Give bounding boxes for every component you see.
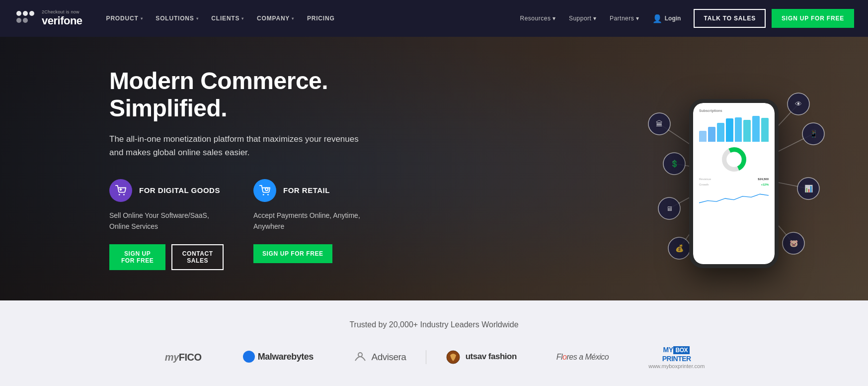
contact-sales-button[interactable]: CONTACT SALES <box>171 244 224 270</box>
nav-company[interactable]: COMPANY ▾ <box>251 11 300 26</box>
hero-title: Modern Commerce. Simplified. <box>109 67 368 122</box>
svg-point-36 <box>358 353 362 357</box>
chevron-down-icon: ▾ <box>241 16 244 21</box>
svg-text:📊: 📊 <box>804 185 813 193</box>
hero-content: Modern Commerce. Simplified. The all-in-… <box>0 37 368 300</box>
logo-malwarebytes: Malwarebytes <box>223 351 333 363</box>
svg-point-8 <box>267 194 269 195</box>
logo-flores: Flores a México <box>537 353 629 362</box>
svg-text:💲: 💲 <box>670 160 679 168</box>
malwarebytes-icon <box>243 351 255 363</box>
utsav-icon <box>446 350 460 364</box>
advisera-icon <box>353 352 367 363</box>
logo-brand: verifone <box>42 15 82 27</box>
trusted-title: Trusted by 20,000+ Industry Leaders Worl… <box>0 320 868 329</box>
hero-cards: FOR DIGITAL GOODS Sell Online Your Softw… <box>109 179 368 270</box>
signup-free-button[interactable]: SIGN UP for FREE <box>772 9 854 28</box>
card-retail-header: FOR RETAIL <box>253 179 368 202</box>
nav-clients[interactable]: CLIENTS ▾ <box>205 11 250 26</box>
navbar: 2Checkout is now verifone PRODUCT ▾ SOLU… <box>0 0 868 37</box>
retail-title: FOR RETAIL <box>283 186 330 194</box>
nav-product[interactable]: PRODUCT ▾ <box>100 11 149 26</box>
nav-right: Resources ▾ Support ▾ Partners ▾ 👤 Login… <box>515 9 854 28</box>
nav-links: PRODUCT ▾ SOLUTIONS ▾ CLIENTS ▾ COMPANY … <box>100 11 515 26</box>
svg-point-1 <box>23 11 28 16</box>
svg-point-4 <box>23 18 28 23</box>
svg-point-20 <box>663 153 685 175</box>
chevron-down-icon: ▾ <box>292 16 294 21</box>
chevron-down-icon: ▾ <box>636 15 639 22</box>
digital-goods-icon <box>109 179 132 202</box>
svg-point-32 <box>783 232 804 254</box>
trusted-logos: myFICO Malwarebytes Advisera <box>0 345 868 369</box>
retail-buttons: SIGN UP for FREE <box>253 244 368 263</box>
svg-point-5 <box>119 194 120 195</box>
chevron-down-icon: ▾ <box>593 15 597 22</box>
card-digital-header: FOR DIGITAL GOODS <box>109 179 224 202</box>
nav-solutions[interactable]: SOLUTIONS ▾ <box>150 11 204 26</box>
nav-pricing[interactable]: PRICING <box>301 11 341 26</box>
digital-goods-desc: Sell Online Your Software/SaaS, Online S… <box>109 210 224 232</box>
logo-myboxprinter: MYBOXPRINTER www.myboxprinter.com <box>629 345 724 369</box>
nav-support[interactable]: Support ▾ <box>564 12 602 25</box>
nav-partners[interactable]: Partners ▾ <box>605 12 644 25</box>
retail-icon <box>253 179 276 202</box>
retail-signup-button[interactable]: SIGN UP for FREE <box>253 244 332 263</box>
trusted-section: Trusted by 20,000+ Industry Leaders Worl… <box>0 300 868 386</box>
hero-section: Modern Commerce. Simplified. The all-in-… <box>0 37 868 300</box>
svg-text:🐷: 🐷 <box>789 239 798 248</box>
svg-point-24 <box>668 237 690 259</box>
chevron-down-icon: ▾ <box>141 16 143 21</box>
svg-point-18 <box>648 113 670 135</box>
svg-point-3 <box>16 18 21 23</box>
digital-signup-button[interactable]: SIGN UP for FREE <box>109 244 165 270</box>
chevron-down-icon: ▾ <box>552 15 556 22</box>
svg-text:👁: 👁 <box>795 100 802 108</box>
logo[interactable]: 2Checkout is now verifone <box>14 8 82 28</box>
user-icon: 👤 <box>652 14 662 23</box>
logo-utsav: utsav fashion <box>426 350 536 364</box>
svg-text:🖥: 🖥 <box>666 205 673 212</box>
phone-illustration: 🏛 💲 🖥 💰 👁 📱 📊 🐷 Subscriptions <box>630 69 838 268</box>
svg-text:📱: 📱 <box>809 130 818 138</box>
svg-point-2 <box>29 11 34 16</box>
digital-goods-buttons: SIGN UP for FREE CONTACT SALES <box>109 244 224 270</box>
logo-myfico: myFICO <box>144 352 223 363</box>
hero-subtitle: The all-in-one monetization platform tha… <box>109 132 368 159</box>
hero-card-retail: FOR RETAIL Accept Payments Online, Anyti… <box>253 179 368 270</box>
svg-point-7 <box>263 194 264 195</box>
svg-point-30 <box>797 178 819 199</box>
retail-desc: Accept Payments Online, Anytime, Anywher… <box>253 210 368 232</box>
chevron-down-icon: ▾ <box>196 16 199 21</box>
svg-point-9 <box>265 188 268 191</box>
hero-card-digital: FOR DIGITAL GOODS Sell Online Your Softw… <box>109 179 224 270</box>
login-button[interactable]: 👤 Login <box>647 11 686 26</box>
svg-point-22 <box>658 197 680 219</box>
digital-goods-title: FOR DIGITAL GOODS <box>139 186 220 194</box>
svg-point-28 <box>802 123 824 145</box>
svg-point-6 <box>123 194 125 195</box>
svg-text:💰: 💰 <box>675 244 684 253</box>
svg-point-26 <box>788 93 809 115</box>
svg-point-0 <box>16 11 21 16</box>
svg-text:🏛: 🏛 <box>656 120 663 128</box>
logo-advisera: Advisera <box>333 352 426 363</box>
nav-resources[interactable]: Resources ▾ <box>515 12 561 25</box>
talk-to-sales-button[interactable]: TALK TO SALES <box>694 9 766 28</box>
